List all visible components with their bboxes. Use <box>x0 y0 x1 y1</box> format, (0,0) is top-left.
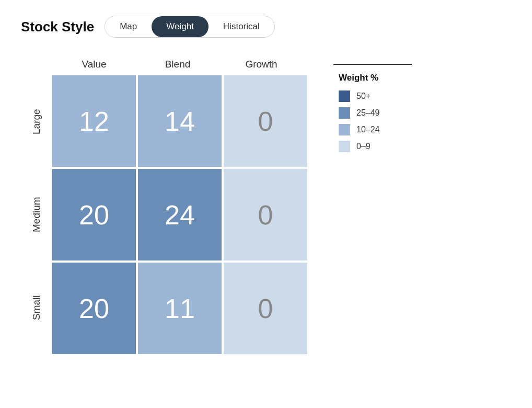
legend-title: Weight % <box>339 73 412 83</box>
legend: Weight % 50+25–4910–240–9 <box>333 64 412 157</box>
grid-cell: 0 <box>224 75 307 167</box>
row-label: Small <box>21 262 52 354</box>
main-content: ValueBlendGrowth LargeMediumSmall 121402… <box>21 59 511 354</box>
tab-map[interactable]: Map <box>105 16 152 37</box>
style-grid: 121402024020110 <box>52 75 307 354</box>
grid-cell: 24 <box>138 169 222 260</box>
grid-cell: 0 <box>224 263 307 354</box>
col-header: Growth <box>219 59 303 75</box>
grid-cell: 20 <box>52 169 136 260</box>
legend-item: 25–49 <box>339 107 412 119</box>
tab-historical[interactable]: Historical <box>209 16 274 37</box>
grid-cell: 12 <box>52 75 136 167</box>
legend-item: 10–24 <box>339 124 412 135</box>
legend-item: 50+ <box>339 90 412 102</box>
legend-label: 0–9 <box>356 142 371 151</box>
grid-cell: 0 <box>224 169 307 260</box>
tab-group: MapWeightHistorical <box>105 16 275 38</box>
tab-weight[interactable]: Weight <box>152 16 209 37</box>
legend-swatch <box>339 107 350 119</box>
grid-cell: 14 <box>138 75 222 167</box>
col-headers: ValueBlendGrowth <box>52 59 307 75</box>
legend-label: 50+ <box>356 92 371 101</box>
stock-style-widget: Stock Style MapWeightHistorical ValueBle… <box>21 16 511 354</box>
grid-cell: 20 <box>52 263 136 354</box>
legend-swatch <box>339 90 350 102</box>
page-title: Stock Style <box>21 19 94 35</box>
row-labels: LargeMediumSmall <box>21 75 52 354</box>
col-header: Blend <box>136 59 219 75</box>
grid-cell: 11 <box>138 263 222 354</box>
grid-body: LargeMediumSmall 121402024020110 <box>21 75 307 354</box>
legend-swatch <box>339 124 350 135</box>
legend-label: 25–49 <box>356 108 380 118</box>
header: Stock Style MapWeightHistorical <box>21 16 511 38</box>
grid-section: ValueBlendGrowth LargeMediumSmall 121402… <box>21 59 307 354</box>
row-label: Medium <box>21 169 52 260</box>
legend-item: 0–9 <box>339 141 412 152</box>
row-label: Large <box>21 76 52 167</box>
legend-swatch <box>339 141 350 152</box>
col-header: Value <box>52 59 136 75</box>
legend-label: 10–24 <box>356 125 380 134</box>
